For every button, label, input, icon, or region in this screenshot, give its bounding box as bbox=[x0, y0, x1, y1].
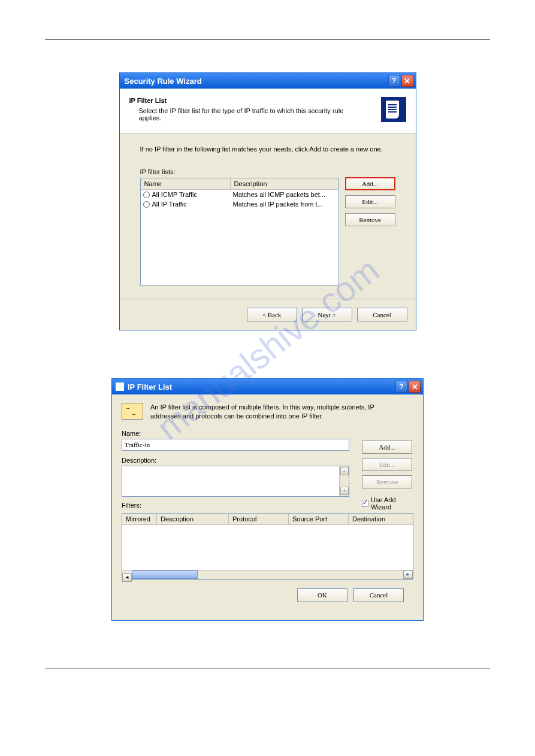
document-icon bbox=[116, 382, 124, 391]
wizard-header-title: IP Filter List bbox=[129, 97, 357, 104]
col-name[interactable]: Name bbox=[141, 178, 231, 189]
vertical-scrollbar[interactable]: ▲ ▼ bbox=[339, 466, 349, 496]
add-button[interactable]: Add... bbox=[345, 177, 395, 190]
row-desc: Matches all IP packets from t... bbox=[233, 201, 336, 208]
dialog-title: IP Filter List bbox=[128, 382, 172, 391]
cancel-button[interactable]: Cancel bbox=[353, 588, 404, 602]
ip-filter-listbox[interactable]: Name Description All ICMP Traffic Matche… bbox=[140, 178, 339, 286]
col-destination[interactable]: Destination bbox=[349, 514, 413, 524]
name-input[interactable] bbox=[122, 439, 349, 451]
edit-button: Edit... bbox=[362, 458, 412, 471]
col-description[interactable]: Description bbox=[231, 178, 338, 189]
top-rule bbox=[45, 39, 490, 40]
add-button[interactable]: Add... bbox=[362, 441, 412, 454]
titlebar: IP Filter List ? ✕ bbox=[112, 379, 423, 394]
list-row[interactable]: All IP Traffic Matches all IP packets fr… bbox=[141, 199, 338, 209]
use-add-wizard-label: Use Add Wizard bbox=[371, 496, 413, 511]
scroll-thumb[interactable] bbox=[132, 570, 198, 579]
row-name: All IP Traffic bbox=[152, 201, 187, 208]
close-button[interactable]: ✕ bbox=[401, 75, 413, 87]
intro-text: An IP filter list is composed of multipl… bbox=[150, 403, 390, 421]
name-label: Name: bbox=[122, 430, 353, 437]
filters-label: Filters: bbox=[122, 502, 353, 509]
close-button[interactable]: ✕ bbox=[409, 381, 421, 393]
list-row[interactable]: All ICMP Traffic Matches all ICMP packet… bbox=[141, 190, 338, 199]
col-protocol[interactable]: Protocol bbox=[229, 514, 289, 524]
bottom-rule bbox=[45, 669, 490, 669]
remove-button[interactable]: Remove bbox=[345, 213, 395, 226]
scroll-icon bbox=[381, 97, 406, 122]
row-desc: Matches all ICMP packets bet... bbox=[233, 191, 336, 198]
radio-icon[interactable] bbox=[143, 192, 150, 198]
list-header: Name Description bbox=[141, 178, 338, 190]
wizard-footer: < Back Next > Cancel bbox=[120, 299, 416, 330]
wizard-header-subtitle: Select the IP filter list for the type o… bbox=[129, 107, 357, 122]
col-mirrored[interactable]: Mirrored bbox=[122, 514, 157, 524]
ok-button[interactable]: OK bbox=[297, 588, 347, 602]
filters-table[interactable]: Mirrored Description Protocol Source Por… bbox=[122, 513, 413, 580]
instruction-text: If no IP filter in the following list ma… bbox=[140, 145, 395, 153]
description-textarea[interactable]: ▲ ▼ bbox=[122, 466, 349, 497]
row-name: All ICMP Traffic bbox=[152, 191, 197, 198]
radio-icon[interactable] bbox=[143, 201, 150, 208]
col-source-port[interactable]: Source Port bbox=[289, 514, 349, 524]
filter-lists-label: IP filter lists: bbox=[140, 168, 395, 175]
dialog-footer: OK Cancel bbox=[122, 580, 413, 612]
scroll-left-icon[interactable]: ◄ bbox=[122, 573, 132, 582]
ip-filter-list-dialog: IP Filter List ? ✕ An IP filter list is … bbox=[111, 378, 424, 621]
filter-concept-icon bbox=[122, 403, 143, 420]
scroll-down-icon[interactable]: ▼ bbox=[340, 487, 349, 495]
horizontal-scrollbar[interactable]: ◄ ► bbox=[122, 570, 413, 579]
back-button[interactable]: < Back bbox=[247, 308, 297, 321]
help-button[interactable]: ? bbox=[395, 381, 407, 393]
scroll-up-icon[interactable]: ▲ bbox=[340, 467, 349, 475]
scroll-right-icon[interactable]: ► bbox=[403, 570, 413, 579]
table-header: Mirrored Description Protocol Source Por… bbox=[122, 514, 413, 525]
remove-button: Remove bbox=[362, 475, 412, 488]
description-label: Description: bbox=[122, 457, 353, 464]
col-description[interactable]: Description bbox=[157, 514, 229, 524]
next-button[interactable]: Next > bbox=[302, 308, 352, 321]
security-rule-wizard-dialog: Security Rule Wizard ? ✕ IP Filter List … bbox=[119, 72, 416, 330]
help-button[interactable]: ? bbox=[388, 75, 400, 87]
dialog-title: Security Rule Wizard bbox=[125, 77, 202, 86]
wizard-header: IP Filter List Select the IP filter list… bbox=[120, 89, 416, 133]
titlebar: Security Rule Wizard ? ✕ bbox=[120, 73, 416, 89]
use-add-wizard-checkbox[interactable] bbox=[362, 500, 368, 507]
cancel-button[interactable]: Cancel bbox=[357, 308, 407, 321]
edit-button[interactable]: Edit... bbox=[345, 195, 395, 208]
